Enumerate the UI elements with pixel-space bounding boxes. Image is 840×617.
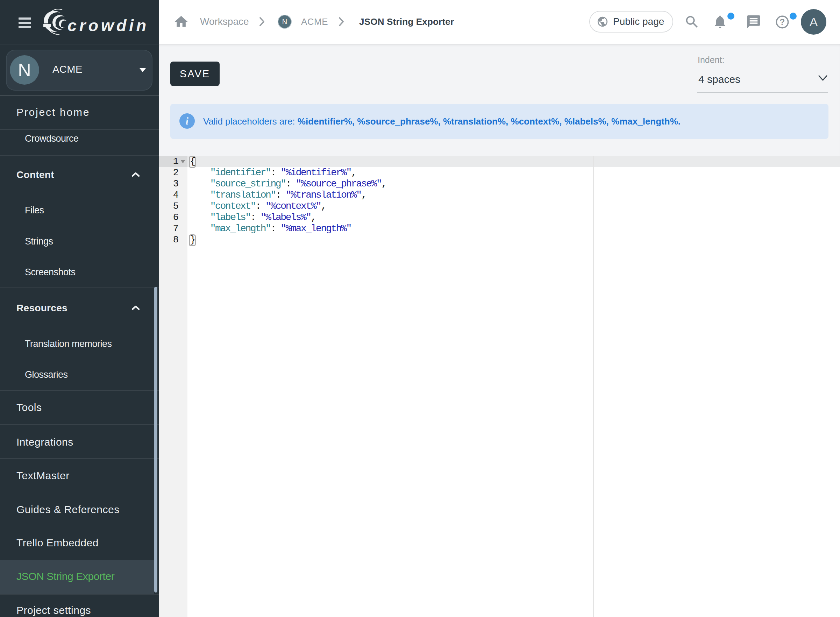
svg-text:crowdin: crowdin xyxy=(68,16,149,35)
svg-text:?: ? xyxy=(780,17,785,27)
